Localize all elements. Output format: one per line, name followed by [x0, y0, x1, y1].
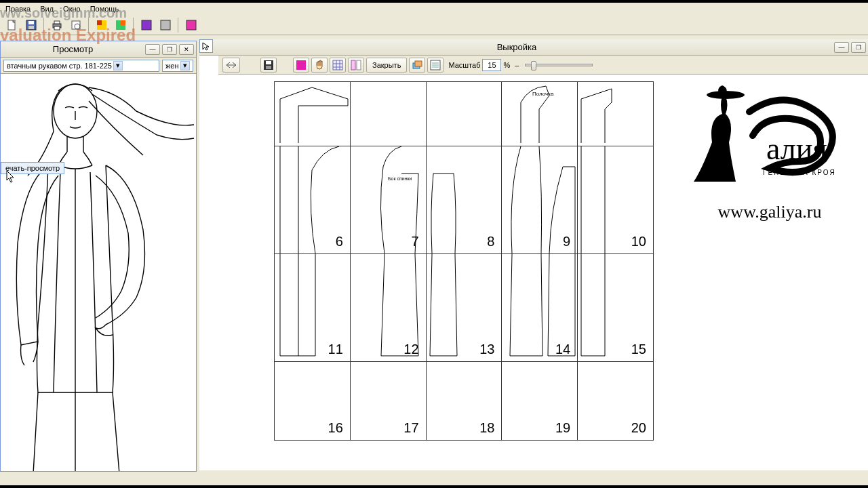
page-number: 17	[403, 420, 418, 435]
model-select[interactable]: втачным рукавом стр. 181-225 ▾	[3, 60, 159, 72]
preview-titlebar: Просмотр — ❐ ✕	[1, 41, 196, 58]
pattern-toolbar: Закрыть Масштаб % –	[218, 56, 868, 75]
letterbox-top	[0, 0, 868, 3]
preview-canvas: ечать-просмотр	[1, 74, 196, 471]
grid-icon[interactable]	[330, 58, 346, 73]
toolbar-color1-icon[interactable]	[94, 17, 110, 33]
page-cell[interactable]: 12	[350, 253, 426, 361]
page-cell[interactable]: 9	[502, 146, 578, 254]
scale-input[interactable]	[482, 59, 501, 71]
page-cell[interactable]: 7 Бок спинки	[350, 146, 426, 254]
page-cell[interactable]: 13	[426, 253, 502, 361]
zoom-out-icon[interactable]: –	[515, 61, 519, 69]
preview-window: Просмотр — ❐ ✕ втачным рукавом стр. 181-…	[0, 41, 197, 472]
selection-tool-icon[interactable]	[199, 39, 213, 53]
page-cell[interactable]: 11	[275, 253, 351, 361]
menubar: Правка Вид Окно Помощь	[0, 3, 868, 15]
page-cell[interactable]: 18	[426, 361, 502, 440]
page-number: 19	[555, 420, 570, 435]
page-cell[interactable]	[426, 82, 502, 146]
scale-slider[interactable]	[525, 64, 593, 66]
toolbar-separator	[88, 18, 90, 33]
toolbar-color2-icon[interactable]	[113, 17, 129, 33]
toolbar-fill-purple-icon[interactable]	[138, 17, 155, 33]
main-toolbar	[0, 15, 868, 35]
pattern-titlebar: Выкройка — ❐	[199, 39, 868, 56]
pattern-maximize-button[interactable]: ❐	[851, 42, 866, 53]
page-cell[interactable]: 15	[578, 253, 654, 361]
preview-minimize-button[interactable]: —	[145, 44, 160, 55]
toolbar-preview-icon[interactable]	[68, 17, 84, 33]
page-number: 10	[631, 234, 646, 249]
page-cell[interactable]: 10	[578, 146, 654, 254]
letterbox-bottom	[0, 485, 868, 488]
svg-rect-5	[54, 21, 60, 24]
gender-select-value: жен	[165, 62, 179, 70]
svg-rect-14	[161, 20, 170, 30]
hand-pan-icon[interactable]	[311, 58, 328, 73]
arrows-horizontal-icon[interactable]	[222, 58, 240, 73]
page-cell[interactable]	[350, 82, 426, 146]
menu-help[interactable]: Помощь	[90, 5, 119, 13]
page-number: 16	[328, 420, 343, 435]
close-button[interactable]: Закрыть	[366, 58, 407, 73]
toolbar-fill-gray-icon[interactable]	[157, 17, 174, 33]
toolbar-save-icon[interactable]	[23, 17, 39, 33]
split-view-icon[interactable]	[348, 58, 364, 73]
model-select-value: втачным рукавом стр. 181-225	[7, 62, 112, 70]
toolbar-separator	[178, 18, 179, 33]
page-cell[interactable]: 19	[502, 361, 578, 440]
toolbar-separator	[43, 18, 45, 33]
page-cell[interactable]: 6	[275, 146, 351, 254]
page-cell[interactable]: 17	[350, 361, 426, 440]
page-cell[interactable]: Полочка	[502, 82, 578, 146]
svg-rect-7	[72, 21, 80, 29]
dropdown-arrow-icon: ▾	[180, 61, 190, 70]
brand-logo-graphic: алия ГЕНЕТИКА КРОЯ	[688, 81, 851, 190]
svg-rect-20	[296, 60, 306, 70]
pattern-window: Выкройка — ❐ Закрыть Масштаб	[199, 39, 868, 470]
page-number: 8	[487, 234, 494, 249]
toolbar-separator	[133, 18, 134, 33]
svg-rect-21	[333, 60, 342, 70]
save-icon[interactable]	[260, 58, 277, 73]
page-number: 7	[411, 234, 418, 249]
page-cell[interactable]: 14	[502, 253, 578, 361]
svg-rect-22	[351, 60, 355, 70]
toolbar-print-icon[interactable]	[49, 17, 65, 33]
gender-select[interactable]: жен ▾	[162, 60, 193, 72]
svg-rect-19	[266, 66, 271, 69]
page-number: 13	[479, 342, 494, 357]
page-number: 18	[479, 420, 494, 435]
svg-rect-10	[97, 20, 102, 25]
page-cell[interactable]: 16	[275, 361, 351, 440]
pattern-sheet: Полочка 6 7 Бок спинки 8	[274, 81, 654, 441]
page-cell[interactable]	[275, 82, 351, 146]
page-cell[interactable]	[578, 82, 654, 146]
pattern-minimize-button[interactable]: —	[834, 42, 849, 53]
page-number: 14	[555, 342, 570, 357]
toolbar-fill-magenta-icon[interactable]	[183, 17, 199, 33]
pattern-canvas[interactable]: алия ГЕНЕТИКА КРОЯ www.galiya.ru Полочка	[199, 75, 868, 470]
svg-rect-2	[28, 21, 34, 24]
preview-close-button[interactable]: ✕	[179, 44, 194, 55]
preview-title-text: Просмотр	[1, 44, 145, 54]
menu-edit[interactable]: Правка	[5, 5, 31, 13]
page-number: 20	[631, 420, 646, 435]
brand-name: алия	[766, 131, 827, 166]
brand-url: www.galiya.ru	[678, 202, 861, 222]
menu-window[interactable]: Окно	[63, 5, 81, 13]
scale-label: Масштаб	[448, 61, 480, 69]
layers-icon[interactable]	[409, 58, 425, 73]
properties-icon[interactable]	[427, 58, 443, 73]
slider-thumb[interactable]	[531, 61, 536, 70]
preview-restore-button[interactable]: ❐	[162, 44, 177, 55]
brand-logo: алия ГЕНЕТИКА КРОЯ www.galiya.ru	[678, 81, 861, 222]
page-cell[interactable]: 8	[426, 146, 502, 254]
svg-text:Полочка: Полочка	[532, 91, 554, 97]
fill-magenta-icon[interactable]	[293, 58, 309, 73]
page-cell[interactable]: 20	[578, 361, 654, 440]
page-number: 9	[563, 234, 570, 249]
menu-view[interactable]: Вид	[40, 5, 54, 13]
toolbar-new-icon[interactable]	[4, 17, 20, 33]
